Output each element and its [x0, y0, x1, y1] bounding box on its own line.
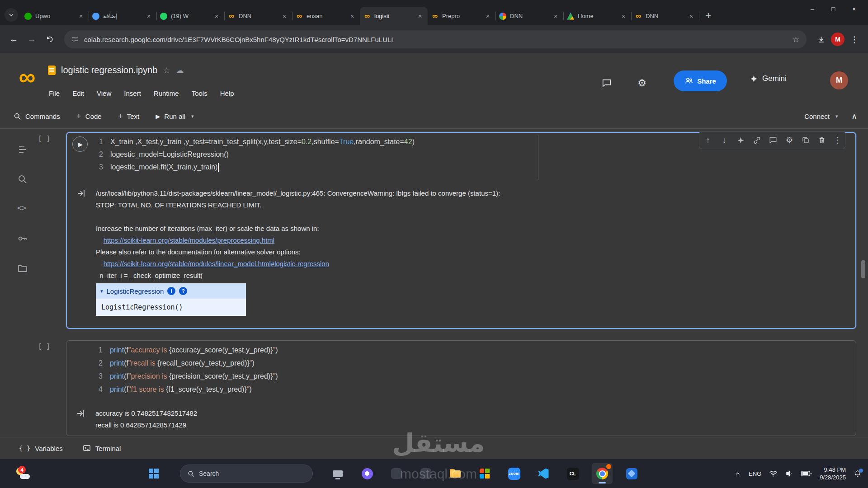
cl-app-icon[interactable]: CL — [562, 463, 583, 484]
code-line[interactable]: 3print(f"precision is {precision_score(y… — [66, 370, 847, 383]
connect-button[interactable]: Connect ▾ — [804, 113, 838, 120]
run-all-button[interactable]: ▶ Run all ▾ — [156, 113, 193, 120]
sidebar-item-table-of-contents[interactable] — [17, 144, 28, 155]
estimator-repr[interactable]: LogisticRegression() — [96, 299, 246, 316]
sidebar-item-find-replace[interactable] — [17, 174, 28, 185]
reload-button[interactable] — [42, 31, 58, 47]
notebook-scrollbar[interactable] — [861, 260, 865, 278]
bookmark-star-icon[interactable]: ☆ — [793, 35, 799, 44]
hidden-icons-button[interactable] — [735, 470, 741, 477]
browser-tab[interactable]: ∞DNN× — [631, 7, 699, 25]
code-line[interactable]: 4print(f"f1 score is {f1_score(y_test,y_… — [66, 383, 847, 396]
output-link[interactable]: https://scikit-learn.org/stable/modules/… — [104, 236, 275, 244]
code-cell-1[interactable]: ▶ ↑ ↓ ⚙ — [66, 132, 856, 329]
star-notebook-icon[interactable]: ☆ — [163, 66, 170, 75]
browser-tab[interactable]: ∞logisti× — [360, 7, 428, 25]
browser-tab[interactable]: Upwo× — [21, 7, 89, 25]
window-close-button[interactable]: × — [844, 0, 864, 18]
clock[interactable]: 9:48 PM 9/28/2025 — [820, 466, 846, 481]
estimator-header[interactable]: ▾ LogisticRegression i ? — [96, 283, 246, 299]
tab-close-icon[interactable]: × — [280, 12, 288, 20]
back-button[interactable]: ← — [5, 31, 22, 47]
code-line[interactable]: 1X_train ,X_test,y_train ,y_test=train_t… — [67, 136, 846, 148]
colab-profile-avatar[interactable]: M — [830, 71, 848, 89]
browser-tab[interactable]: ∞ensan× — [292, 7, 360, 25]
zoom-icon[interactable]: zoom — [504, 463, 524, 484]
tab-close-icon[interactable]: × — [212, 12, 221, 20]
browser-tab[interactable]: Home× — [563, 7, 631, 25]
tab-close-icon[interactable]: × — [77, 12, 85, 20]
add-code-button[interactable]: + Code — [76, 111, 102, 121]
code-cell-2[interactable]: 1print(f"accuracy is {accuracy_score(y_t… — [66, 340, 856, 436]
tab-close-icon[interactable]: × — [619, 12, 627, 20]
tab-search-button[interactable] — [5, 8, 18, 22]
tab-close-icon[interactable]: × — [552, 12, 560, 20]
tab-close-icon[interactable]: × — [416, 12, 424, 20]
start-button[interactable] — [143, 463, 164, 484]
commands-button[interactable]: Commands — [14, 113, 60, 120]
browser-menu-button[interactable]: ⋮ — [846, 31, 863, 47]
comments-button[interactable] — [599, 75, 615, 91]
address-bar[interactable]: colab.research.google.com/drive/1E3F7WVr… — [64, 30, 807, 48]
notification-center-button[interactable] — [854, 469, 862, 478]
chrome-icon[interactable] — [592, 463, 613, 484]
output-link[interactable]: https://scikit-learn.org/stable/modules/… — [104, 260, 329, 267]
code-line[interactable]: 1print(f"accuracy is {accuracy_score(y_t… — [66, 343, 847, 357]
menu-view[interactable]: View — [97, 89, 111, 97]
sidebar-item-code-snippets[interactable]: <> — [17, 203, 26, 212]
settings-button[interactable]: ⚙ — [634, 75, 650, 91]
code-line[interactable]: 2print(f"recall is {recall_score(y_test,… — [66, 357, 847, 370]
new-tab-button[interactable]: + — [701, 8, 716, 23]
estimator-doc-icon[interactable]: i — [167, 287, 175, 295]
collapse-header-button[interactable]: ∧ — [852, 112, 857, 121]
terminal-button[interactable]: Terminal — [83, 444, 121, 452]
add-text-button[interactable]: + Text — [118, 111, 140, 121]
browser-tab[interactable]: (19) W× — [156, 7, 224, 25]
language-indicator[interactable]: ENG — [749, 470, 761, 477]
browser-tab[interactable]: DNN× — [495, 7, 563, 25]
browser-tab[interactable]: إضافة× — [89, 7, 156, 25]
gemini-button[interactable]: Gemini — [750, 74, 787, 83]
menu-insert[interactable]: Insert — [124, 89, 141, 97]
taskbar-search[interactable]: Search — [180, 465, 313, 483]
menu-edit[interactable]: Edit — [72, 89, 84, 97]
chevron-down-icon[interactable]: ▾ — [191, 113, 194, 119]
cell1-code[interactable]: 1X_train ,X_test,y_train ,y_test=train_t… — [67, 136, 846, 174]
menu-file[interactable]: File — [49, 89, 60, 97]
wifi-icon[interactable] — [769, 470, 778, 477]
cell1-execution-indicator[interactable]: [ ] — [38, 135, 50, 143]
volume-icon[interactable] — [785, 469, 793, 478]
estimator-help-icon[interactable]: ? — [179, 287, 187, 295]
menu-runtime[interactable]: Runtime — [154, 89, 179, 97]
vs-code-icon[interactable] — [533, 463, 554, 484]
forward-button[interactable]: → — [24, 31, 40, 47]
battery-icon[interactable] — [801, 470, 812, 477]
tab-close-icon[interactable]: × — [687, 12, 695, 20]
window-maximize-button[interactable]: □ — [823, 0, 844, 18]
cell2-code[interactable]: 1print(f"accuracy is {accuracy_score(y_t… — [66, 343, 847, 396]
code-line[interactable]: 2logestic_model=LogisticRegression() — [67, 148, 846, 161]
browser-profile-avatar[interactable]: M — [831, 33, 844, 46]
tab-close-icon[interactable]: × — [348, 12, 356, 20]
site-settings-icon[interactable] — [71, 36, 79, 43]
tab-close-icon[interactable]: × — [145, 12, 153, 20]
weather-widget[interactable]: 4 — [10, 464, 35, 483]
notebook-title[interactable]: logistic regression.ipynb — [61, 65, 157, 75]
browser-tab[interactable]: ∞Prepro× — [428, 7, 495, 25]
photos-icon[interactable] — [621, 463, 642, 484]
share-button[interactable]: Share — [674, 70, 727, 91]
cell2-execution-indicator[interactable]: [ ] — [38, 343, 50, 351]
downloads-button[interactable] — [813, 31, 829, 47]
menu-help[interactable]: Help — [220, 89, 234, 97]
tab-close-icon[interactable]: × — [484, 12, 492, 20]
sidebar-item-secrets[interactable] — [17, 233, 28, 244]
screen-mirror-icon[interactable] — [327, 463, 348, 484]
variables-button[interactable]: { } Variables — [19, 445, 63, 452]
browser-tab[interactable]: ∞DNN× — [224, 7, 292, 25]
sidebar-item-files[interactable] — [17, 263, 28, 274]
colab-logo[interactable]: ∞ — [13, 64, 42, 89]
chevron-down-icon[interactable]: ▾ — [100, 288, 103, 294]
window-minimize-button[interactable]: – — [802, 0, 823, 18]
menu-tools[interactable]: Tools — [192, 89, 208, 97]
code-line[interactable]: 3logestic_model.fit(X_train,y_train) — [67, 161, 846, 174]
